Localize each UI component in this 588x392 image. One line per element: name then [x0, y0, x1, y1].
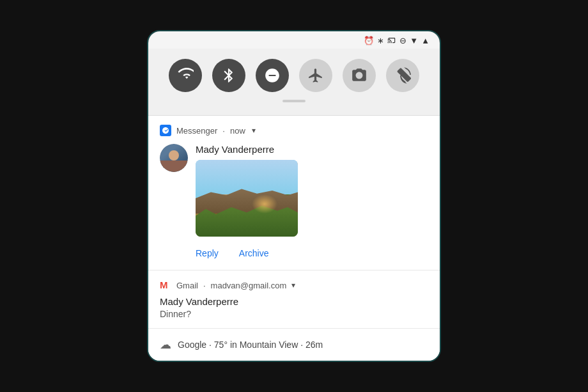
gmail-notification: M Gmail · madvan@gmail.com ▾ Mady Vander…: [148, 270, 440, 329]
google-weather-text: Google · 75° in Mountain View · 26m: [178, 340, 323, 350]
avatar-image: [160, 144, 188, 172]
reply-button[interactable]: Reply: [196, 246, 219, 261]
message-image: [196, 160, 298, 237]
messenger-notif-time: ·: [222, 126, 225, 136]
image-glow: [252, 194, 277, 214]
google-temperature: 75°: [214, 340, 228, 350]
messenger-app-icon: [160, 125, 171, 136]
gmail-app-name: Gmail: [176, 281, 198, 290]
image-sky: [196, 160, 298, 194]
cast-icon: [387, 35, 396, 46]
gmail-subject: Dinner?: [160, 309, 428, 319]
cloud-icon: ☁: [160, 338, 171, 352]
messenger-notif-body: Mady Vanderperre Reply Archive: [196, 144, 428, 261]
notifications-list: Messenger · now ▾ Mady Vanderperre: [148, 116, 440, 361]
gmail-expand-icon[interactable]: ▾: [291, 281, 295, 290]
messenger-notif-content: Mady Vanderperre Reply Archive: [160, 144, 428, 261]
status-bar: ⏰ ∗ ⊖ ▼ ▲: [148, 31, 440, 49]
google-time: 26m: [306, 340, 323, 350]
google-app-name: Google: [178, 340, 206, 350]
gmail-notif-header: M Gmail · madvan@gmail.com ▾: [160, 279, 428, 291]
google-notification: ☁ Google · 75° in Mountain View · 26m: [148, 329, 440, 361]
bluetooth-toggle[interactable]: [212, 59, 245, 92]
signal-status-icon: ▲: [421, 36, 429, 45]
avatar: [160, 144, 188, 172]
flashlight-toggle[interactable]: [343, 59, 376, 92]
scroll-handle: [282, 100, 306, 102]
gmail-sender-name: Mady Vanderperre: [160, 296, 428, 307]
dnd-toggle[interactable]: [256, 59, 289, 92]
google-location: Mountain View: [240, 340, 298, 350]
archive-button[interactable]: Archive: [239, 246, 269, 261]
wifi-status-icon: ▼: [410, 36, 418, 45]
alarm-icon: ⏰: [364, 36, 374, 45]
rotation-toggle[interactable]: [386, 59, 419, 92]
quick-settings-panel: [148, 49, 440, 116]
messenger-notif-actions: Reply Archive: [196, 246, 428, 261]
messenger-expand-icon[interactable]: ▾: [252, 126, 256, 135]
phone-container: ⏰ ∗ ⊖ ▼ ▲: [147, 30, 441, 362]
status-icons: ⏰ ∗ ⊖ ▼ ▲: [364, 35, 429, 46]
messenger-notif-time-value: now: [230, 126, 245, 136]
messenger-notification: Messenger · now ▾ Mady Vanderperre: [148, 116, 440, 270]
messenger-app-name: Messenger: [176, 126, 217, 136]
gmail-app-icon: M: [160, 279, 171, 291]
dnd-status-icon: ⊖: [399, 36, 406, 45]
airplane-toggle[interactable]: [299, 59, 332, 92]
gmail-email: madvan@gmail.com: [211, 281, 287, 290]
messenger-sender-name: Mady Vanderperre: [196, 144, 428, 155]
bluetooth-status-icon: ∗: [377, 36, 384, 45]
quick-settings-grid: [164, 59, 424, 92]
messenger-notif-header: Messenger · now ▾: [160, 125, 428, 136]
wifi-toggle[interactable]: [169, 59, 202, 92]
